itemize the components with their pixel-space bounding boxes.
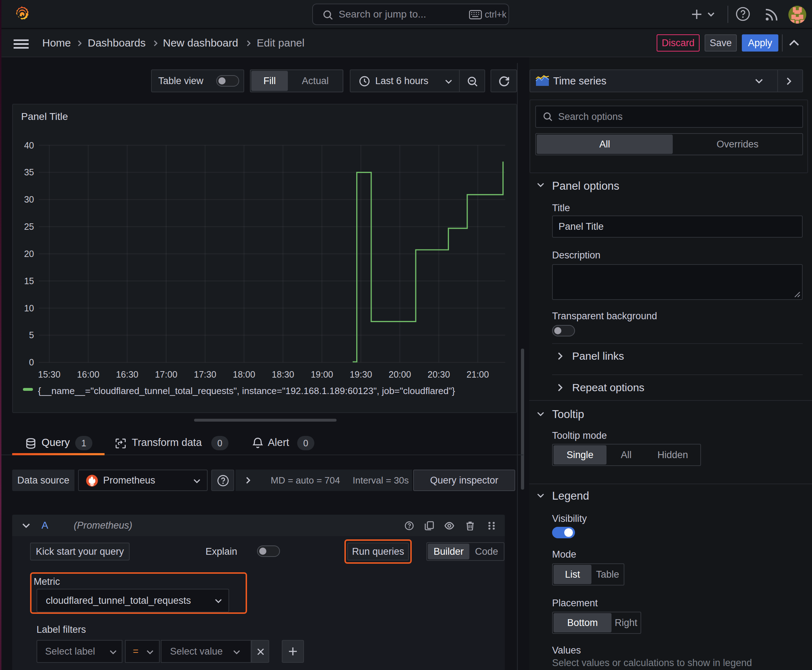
svg-text:16:00: 16:00: [77, 369, 100, 379]
svg-text:16:30: 16:30: [116, 369, 139, 379]
svg-text:17:00: 17:00: [155, 369, 178, 379]
svg-text:21:00: 21:00: [466, 369, 489, 379]
svg-text:{__name__="cloudflared_tunnel_: {__name__="cloudflared_tunnel_total_requ…: [38, 386, 455, 396]
svg-text:5: 5: [29, 330, 34, 340]
svg-text:10: 10: [24, 303, 34, 313]
svg-text:15:30: 15:30: [38, 369, 61, 379]
svg-text:17:30: 17:30: [194, 369, 217, 379]
svg-text:35: 35: [24, 167, 34, 177]
svg-text:15: 15: [24, 276, 34, 286]
svg-text:19:00: 19:00: [311, 369, 333, 379]
svg-text:20:30: 20:30: [427, 369, 450, 379]
svg-text:30: 30: [24, 195, 34, 205]
svg-text:18:00: 18:00: [233, 369, 255, 379]
svg-text:40: 40: [24, 140, 34, 150]
svg-text:18:30: 18:30: [272, 369, 294, 379]
svg-text:20: 20: [24, 249, 34, 259]
svg-text:25: 25: [24, 222, 34, 232]
svg-text:19:30: 19:30: [350, 369, 372, 379]
svg-text:0: 0: [29, 357, 34, 367]
svg-text:20:00: 20:00: [389, 369, 411, 379]
